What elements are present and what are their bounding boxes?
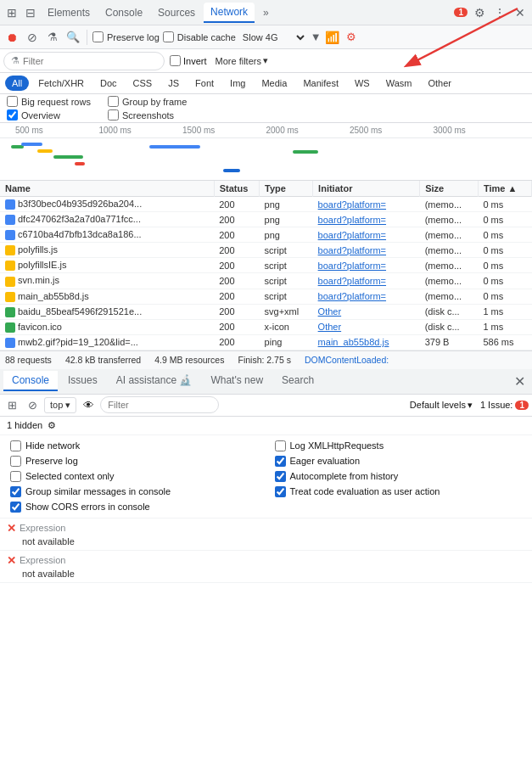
settings-icon[interactable]: ⚙	[471, 4, 488, 21]
cell-type: ping	[260, 334, 313, 350]
clear-icon[interactable]: ⊘	[24, 29, 41, 46]
filter-chip-fetch/xhr[interactable]: Fetch/XHR	[31, 76, 91, 91]
ruler-tick: 2500 ms	[350, 126, 434, 135]
group-by-frame-check[interactable]: Group by frame	[108, 96, 187, 107]
filter-chip-media[interactable]: Media	[255, 76, 294, 91]
console-option-show-cors-errors-in-console[interactable]: Show CORS errors in console	[10, 502, 258, 513]
table-row[interactable]: main_ab55b8d.js 200 script board?platfor…	[0, 289, 532, 304]
ctab-issues[interactable]: Issues	[59, 371, 106, 391]
sidebar-icon[interactable]: ⊞	[3, 4, 20, 21]
filter-chip-wasm[interactable]: Wasm	[379, 76, 419, 91]
filter-chip-js[interactable]: JS	[161, 76, 186, 91]
chevron-down-icon: ▾	[263, 55, 268, 66]
cell-name: mwb2.gif?pid=19_120&lid=...	[0, 334, 214, 350]
options-bar: Big request rows Overview Group by frame…	[0, 94, 532, 123]
console-option-autocomplete-from-history[interactable]: Autocomplete from history	[275, 471, 523, 482]
filter-chip-css[interactable]: CSS	[126, 76, 160, 91]
console-option-hide-network[interactable]: Hide network	[10, 440, 258, 451]
filter-chip-other[interactable]: Other	[421, 76, 458, 91]
issue-badge[interactable]: 1 Issue: 1	[480, 400, 529, 410]
cell-status: 200	[214, 273, 259, 289]
request-table-scroll[interactable]: Name Status Type Initiator Size Time ▲ b…	[0, 181, 532, 350]
cell-initiator: board?platform=	[313, 212, 420, 227]
col-header-status[interactable]: Status	[214, 181, 259, 197]
col-header-size[interactable]: Size	[420, 181, 479, 197]
notification-badge[interactable]: 1	[454, 8, 468, 17]
table-row[interactable]: mwb2.gif?pid=19_120&lid=... 200 ping mai…	[0, 334, 532, 350]
top-selector[interactable]: top ▾	[44, 397, 76, 413]
expression-remove-icon[interactable]: ✕	[7, 522, 16, 535]
ctab-whatsnew[interactable]: What's new	[202, 371, 272, 391]
console-option-treat-code-evaluation-as-user-action[interactable]: Treat code evaluation as user action	[275, 486, 523, 497]
domcl-label: DOMContentLoaded:	[305, 355, 389, 365]
close-icon[interactable]: ✕	[512, 4, 529, 21]
filter-chip-font[interactable]: Font	[188, 76, 221, 91]
ctab-search[interactable]: Search	[273, 371, 322, 391]
table-row[interactable]: b3f30bec04b935d926ba204... 200 png board…	[0, 197, 532, 212]
table-row[interactable]: favicon.ico 200 x-icon Other (disk c... …	[0, 319, 532, 334]
throttle-select[interactable]: Slow 4G Fast 3G No throttling	[239, 31, 307, 43]
console-option-preserve-log[interactable]: Preserve log	[10, 456, 258, 467]
table-row[interactable]: polyfills.js 200 script board?platform= …	[0, 243, 532, 258]
filter-chip-all[interactable]: All	[5, 76, 29, 91]
big-rows-check[interactable]: Big request rows	[7, 96, 91, 107]
cell-size: (disk c...	[420, 304, 479, 319]
console-filter-input[interactable]	[100, 396, 219, 413]
more-filters-button[interactable]: More filters ▾	[212, 53, 272, 68]
default-levels-button[interactable]: Default levels ▾	[406, 398, 477, 412]
console-option-log-xmlhttprequests[interactable]: Log XMLHttpRequests	[275, 440, 523, 451]
cell-type: svg+xml	[260, 304, 313, 319]
import-icon[interactable]: ⚙	[343, 29, 360, 46]
finish-time: Finish: 2.75 s	[238, 355, 290, 365]
table-row[interactable]: c6710ba4d7bfb13dca8a186... 200 png board…	[0, 227, 532, 243]
disable-cache-check[interactable]: Disable cache	[163, 31, 236, 42]
filter-chip-ws[interactable]: WS	[348, 76, 377, 91]
layout-icon[interactable]: ⊟	[22, 4, 39, 21]
console-clear-icon[interactable]: ⊘	[24, 396, 41, 413]
console-option-eager-evaluation[interactable]: Eager evaluation	[275, 456, 523, 467]
tab-console[interactable]: Console	[98, 3, 149, 22]
gear-icon[interactable]: ⚙	[48, 420, 56, 431]
table-row[interactable]: polyfillsIE.js 200 script board?platform…	[0, 258, 532, 273]
record-icon[interactable]: ⏺	[3, 29, 20, 46]
expression-remove-icon[interactable]: ✕	[7, 554, 16, 567]
preserve-log-check[interactable]: Preserve log	[92, 31, 160, 42]
eye-icon[interactable]: 👁	[80, 396, 97, 413]
cell-initiator: board?platform=	[313, 289, 420, 304]
console-option-group-similar-messages-in-console[interactable]: Group similar messages in console	[10, 486, 258, 497]
col-header-initiator[interactable]: Initiator	[313, 181, 420, 197]
tab-elements[interactable]: Elements	[41, 3, 97, 22]
cell-size: (memo...	[420, 212, 479, 227]
tab-sources[interactable]: Sources	[151, 3, 202, 22]
filter-icon[interactable]: ⚗	[44, 29, 61, 46]
col-header-name[interactable]: Name	[0, 181, 214, 197]
table-row[interactable]: baidu_85beaf5496f291521e... 200 svg+xml …	[0, 304, 532, 319]
overview-check[interactable]: Overview	[7, 109, 91, 121]
screenshots-check[interactable]: Screenshots	[108, 109, 187, 121]
cell-status: 200	[214, 289, 259, 304]
cell-type: png	[260, 197, 313, 212]
filter-chip-img[interactable]: Img	[223, 76, 252, 91]
col-header-type[interactable]: Type	[260, 181, 313, 197]
filter-chip-manifest[interactable]: Manifest	[296, 76, 345, 91]
console-option-selected-context-only[interactable]: Selected context only	[10, 471, 258, 482]
wifi-icon[interactable]: 📶	[325, 31, 339, 44]
more-icon[interactable]: ⋮	[491, 4, 508, 21]
filter-bar: ⚗ Invert More filters ▾	[0, 49, 532, 73]
search-icon[interactable]: 🔍	[64, 29, 81, 46]
tab-network[interactable]: Network	[204, 3, 255, 23]
col-header-time[interactable]: Time ▲	[478, 181, 531, 197]
filter-input[interactable]	[23, 56, 157, 66]
timeline-bar	[53, 155, 83, 159]
ruler-tick: 1000 ms	[99, 126, 183, 135]
expression-placeholder: Expression	[20, 523, 65, 533]
table-row[interactable]: svn.min.js 200 script board?platform= (m…	[0, 273, 532, 289]
table-row[interactable]: dfc247062f3a2a7d0a771fcc... 200 png boar…	[0, 212, 532, 227]
tab-more[interactable]: »	[256, 3, 276, 22]
filter-chip-doc[interactable]: Doc	[93, 76, 124, 91]
ctab-console[interactable]: Console	[3, 371, 58, 391]
invert-checkbox[interactable]: Invert	[170, 55, 207, 66]
ctab-ai[interactable]: AI assistance 🔬	[108, 371, 201, 391]
sidebar-toggle-icon[interactable]: ⊞	[3, 396, 20, 413]
console-close-button[interactable]: ✕	[511, 373, 529, 390]
